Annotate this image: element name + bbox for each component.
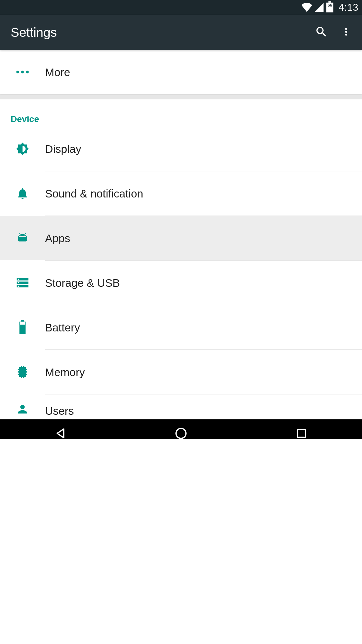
item-label: Memory bbox=[45, 366, 362, 379]
item-label: Storage & USB bbox=[45, 276, 362, 289]
nav-back-button[interactable] bbox=[51, 425, 69, 439]
item-label: Users bbox=[45, 405, 362, 418]
brightness-icon bbox=[0, 127, 45, 171]
navigation-bar bbox=[0, 419, 362, 439]
item-label: More bbox=[45, 66, 362, 79]
page-title: Settings bbox=[11, 25, 309, 40]
chip-icon bbox=[0, 350, 45, 394]
more-horiz-icon bbox=[0, 50, 45, 94]
settings-item-memory[interactable]: Memory bbox=[0, 350, 362, 394]
svg-rect-1 bbox=[21, 320, 24, 322]
wifi-icon bbox=[302, 3, 312, 12]
status-bar: 66 4:13 bbox=[0, 0, 362, 15]
settings-item-sound[interactable]: Sound & notification bbox=[0, 171, 362, 215]
overflow-menu-button[interactable] bbox=[334, 20, 359, 45]
settings-item-display[interactable]: Display bbox=[0, 127, 362, 171]
settings-item-users[interactable]: Users bbox=[0, 395, 362, 419]
item-label: Battery bbox=[45, 321, 362, 334]
cellular-icon bbox=[315, 3, 324, 12]
battery-setting-icon bbox=[0, 305, 45, 349]
bell-icon bbox=[0, 171, 45, 215]
app-bar: Settings bbox=[0, 15, 362, 50]
svg-rect-2 bbox=[20, 322, 25, 325]
svg-point-3 bbox=[176, 428, 186, 438]
item-label: Display bbox=[45, 142, 362, 155]
storage-icon bbox=[0, 261, 45, 305]
search-button[interactable] bbox=[309, 20, 334, 45]
battery-percent: 66 bbox=[326, 3, 333, 8]
svg-rect-4 bbox=[298, 430, 305, 437]
user-icon bbox=[0, 395, 45, 418]
item-label: Sound & notification bbox=[45, 187, 362, 200]
section-header-label: Device bbox=[11, 114, 39, 124]
status-clock: 4:13 bbox=[339, 2, 359, 14]
settings-item-apps[interactable]: Apps bbox=[0, 216, 362, 260]
search-icon bbox=[315, 25, 328, 40]
section-header-device: Device bbox=[0, 99, 362, 127]
home-icon bbox=[174, 427, 188, 439]
back-icon bbox=[54, 427, 67, 439]
recents-icon bbox=[296, 428, 308, 439]
settings-item-storage[interactable]: Storage & USB bbox=[0, 261, 362, 305]
battery-icon: 66 bbox=[326, 3, 333, 12]
nav-recents-button[interactable] bbox=[292, 425, 311, 439]
settings-item-battery[interactable]: Battery bbox=[0, 305, 362, 349]
nav-home-button[interactable] bbox=[172, 425, 190, 439]
item-label: Apps bbox=[45, 232, 362, 245]
more-vert-icon bbox=[340, 26, 352, 39]
android-icon bbox=[0, 216, 45, 260]
settings-item-more[interactable]: More bbox=[0, 50, 362, 94]
